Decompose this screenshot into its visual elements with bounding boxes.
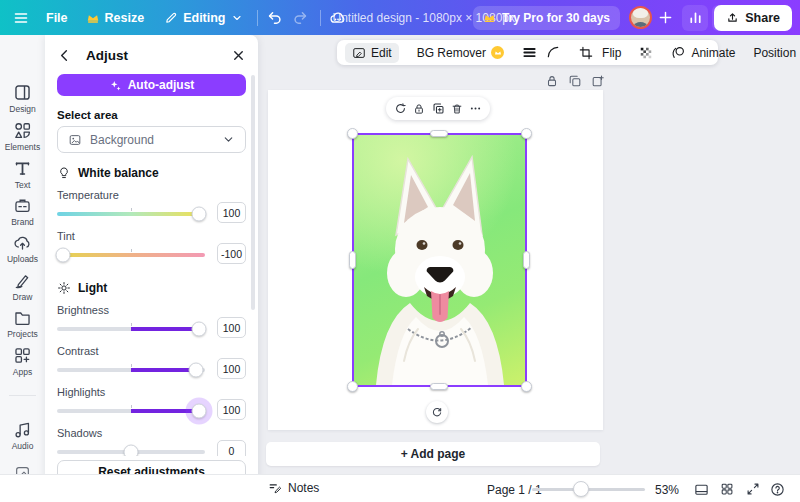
sidebar-item-elements[interactable]: Elements: [0, 121, 45, 152]
lock-icon[interactable]: [413, 103, 425, 115]
brightness-label: Brightness: [57, 304, 109, 316]
resize-handle-bottom-left[interactable]: [347, 381, 358, 392]
edit-image-icon: [352, 46, 366, 60]
more-options-icon[interactable]: [469, 102, 482, 115]
position-button[interactable]: Position: [753, 46, 796, 60]
flip-button[interactable]: Flip: [602, 46, 621, 60]
highlights-value[interactable]: 100: [217, 399, 246, 420]
shadows-label: Shadows: [57, 427, 102, 439]
sidebar-item-brand[interactable]: Brand: [0, 196, 45, 227]
curve-button[interactable]: [546, 45, 561, 60]
resize-handle-bottom[interactable]: [430, 383, 448, 390]
grid-view-button[interactable]: [718, 481, 736, 497]
duplicate-page-icon[interactable]: [568, 74, 582, 88]
tint-value[interactable]: -100: [217, 243, 246, 264]
edit-image-button[interactable]: Edit: [345, 43, 399, 63]
crown-icon: [494, 49, 502, 57]
sidebar-item-uploads[interactable]: Uploads: [0, 233, 45, 264]
sidebar-item-projects[interactable]: Projects: [0, 308, 45, 339]
sidebar-item-text[interactable]: Text: [0, 159, 45, 190]
fullscreen-expand-icon: [746, 482, 760, 496]
temperature-slider[interactable]: [57, 212, 205, 216]
resize-handle-bottom-right[interactable]: [521, 381, 532, 392]
sidebar-item-design[interactable]: Design: [0, 83, 45, 114]
user-avatar[interactable]: [629, 6, 652, 29]
highlights-slider[interactable]: [57, 409, 205, 413]
contrast-label: Contrast: [57, 345, 99, 357]
temperature-value[interactable]: 100: [217, 202, 246, 223]
zoom-slider-handle[interactable]: [573, 481, 589, 497]
resize-menu[interactable]: Resize: [86, 11, 145, 25]
select-area-dropdown[interactable]: Background: [57, 126, 246, 153]
tint-slider-handle[interactable]: [56, 248, 71, 263]
add-member-button[interactable]: [652, 5, 678, 31]
sidebar-item-label: Uploads: [7, 254, 38, 264]
bg-remover-label: BG Remover: [417, 46, 486, 60]
bg-remover-button[interactable]: BG Remover: [417, 46, 504, 60]
sidebar-item-draw[interactable]: Draw: [0, 271, 45, 302]
rotate-handle[interactable]: [426, 401, 448, 423]
divider: [257, 10, 258, 26]
duplicate-icon[interactable]: [432, 102, 445, 115]
selected-image-element[interactable]: [352, 133, 527, 387]
add-page-button[interactable]: + Add page: [266, 442, 600, 466]
animate-button[interactable]: Animate: [671, 45, 735, 60]
resize-handle-top-right[interactable]: [521, 128, 532, 139]
crop-button[interactable]: [579, 46, 593, 60]
flip-label: Flip: [602, 46, 621, 60]
add-page-icon[interactable]: [591, 74, 605, 88]
share-upload-icon: [726, 11, 739, 24]
tint-slider[interactable]: [57, 253, 205, 257]
back-arrow-icon[interactable]: [57, 48, 72, 63]
notes-button[interactable]: Notes: [268, 481, 319, 495]
highlights-slider-handle[interactable]: [192, 404, 207, 419]
audio-notes-icon: [13, 420, 32, 439]
zoom-level[interactable]: 53%: [655, 483, 679, 497]
brand-kit-icon: [13, 196, 32, 215]
panel-scrollbar[interactable]: [251, 75, 255, 310]
file-menu-label: File: [46, 11, 68, 25]
main-menu-button[interactable]: [8, 5, 34, 31]
resize-handle-right[interactable]: [523, 251, 530, 269]
delete-trash-icon[interactable]: [451, 103, 463, 115]
brightness-slider-handle[interactable]: [192, 322, 207, 337]
draw-pen-icon: [13, 271, 32, 290]
contrast-slider[interactable]: [57, 368, 205, 372]
replace-rotate-icon[interactable]: [394, 102, 407, 115]
close-icon[interactable]: [231, 48, 246, 63]
brightness-slider[interactable]: [57, 327, 205, 331]
tint-slider-row: Tint -100: [57, 230, 246, 270]
pencil-icon: [164, 11, 178, 25]
grid-view-icon: [720, 482, 734, 496]
temperature-slider-handle[interactable]: [192, 207, 207, 222]
transparency-checker-icon: [639, 46, 653, 60]
brightness-slider-row: Brightness 100: [57, 304, 246, 344]
light-title: Light: [78, 281, 107, 295]
transparency-button[interactable]: [639, 46, 653, 60]
redo-button[interactable]: [288, 5, 314, 31]
sidebar-item-audio[interactable]: Audio: [0, 420, 45, 451]
insights-button[interactable]: [682, 5, 708, 31]
contrast-value[interactable]: 100: [217, 358, 246, 379]
try-pro-button[interactable]: Try Pro for 30 days: [473, 6, 620, 30]
shadows-slider[interactable]: [57, 450, 205, 454]
sidebar-item-label: Projects: [7, 329, 38, 339]
resize-handle-left[interactable]: [349, 251, 356, 269]
undo-button[interactable]: [262, 5, 288, 31]
fullscreen-button[interactable]: [744, 481, 762, 497]
help-button[interactable]: [768, 481, 786, 497]
brightness-value[interactable]: 100: [217, 317, 246, 338]
contrast-slider-handle[interactable]: [189, 363, 204, 378]
resize-handle-top-left[interactable]: [347, 128, 358, 139]
resize-handle-top[interactable]: [430, 130, 448, 137]
auto-adjust-button[interactable]: Auto-adjust: [57, 74, 246, 96]
text-icon: [13, 159, 32, 178]
presenter-view-button[interactable]: [692, 481, 710, 497]
rotate-icon: [431, 406, 443, 418]
adjust-levels-button[interactable]: [522, 45, 537, 60]
lock-page-icon[interactable]: [545, 74, 559, 88]
file-menu[interactable]: File: [46, 11, 68, 25]
editing-mode-dropdown[interactable]: Editing: [164, 11, 242, 25]
share-button[interactable]: Share: [714, 5, 792, 31]
sidebar-item-apps[interactable]: Apps: [0, 346, 45, 377]
